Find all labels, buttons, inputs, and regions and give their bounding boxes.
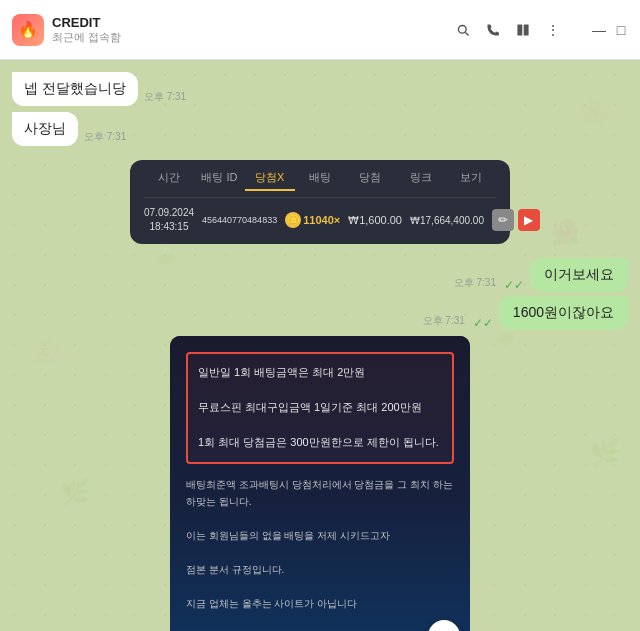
svg-rect-3 bbox=[524, 24, 529, 35]
msg-time-2: 오후 7:31 bbox=[84, 130, 126, 144]
omsg-time-1: 오후 7:31 bbox=[454, 276, 496, 290]
header-prize: 당첨 bbox=[345, 170, 395, 191]
title-bar: 🔥 CREDIT 최근에 접속함 ⋮ — □ bbox=[0, 0, 640, 60]
red-box-text: 일반일 1회 배팅금액은 최대 2만원 무료스핀 최대구입금액 1일기준 최대 … bbox=[198, 364, 442, 452]
omsg-check-1: ✓✓ bbox=[504, 278, 524, 292]
header-bet: 배팅 bbox=[295, 170, 345, 191]
msg-text-1: 넵 전달했습니당 bbox=[12, 72, 138, 106]
cell-bet: ₩1,600.00 bbox=[348, 214, 402, 227]
play-button[interactable]: ▶ bbox=[518, 209, 540, 231]
app-icon-emoji: 🔥 bbox=[18, 20, 38, 39]
red-box: 일반일 1회 배팅금액은 최대 2만원 무료스핀 최대구입금액 1일기준 최대 … bbox=[186, 352, 454, 464]
cell-actions: ✏ ▶ bbox=[492, 209, 540, 231]
msg-bubble-2: 사장님 bbox=[12, 112, 78, 146]
image-card: 일반일 1회 배팅금액은 최대 2만원 무료스핀 최대구입금액 1일기준 최대 … bbox=[170, 336, 470, 631]
split-view-button[interactable] bbox=[516, 23, 530, 37]
window-controls: — □ bbox=[592, 23, 628, 37]
title-text: CREDIT 최근에 접속함 bbox=[52, 15, 121, 45]
img-card-content: 일반일 1회 배팅금액은 최대 2만원 무료스핀 최대구입금액 1일기준 최대 … bbox=[170, 336, 470, 631]
chat-area: 🌿 🌸 🌺 🌸 🌿 🌿 🌸 🍃 🍃 넵 전달했습니당 오후 7:31 bbox=[0, 60, 640, 631]
app-subtitle: 최근에 접속함 bbox=[52, 30, 121, 45]
header-link: 링크 bbox=[395, 170, 445, 191]
cell-multiplier: 🪙 11040× bbox=[285, 212, 340, 228]
messages-container: 넵 전달했습니당 오후 7:31 사장님 오후 7:31 시간 배팅 ID 당첨… bbox=[0, 60, 640, 631]
betting-card-row: 07.09.202418:43:15 456440770484833 🪙 110… bbox=[144, 206, 496, 234]
title-bar-actions: ⋮ — □ bbox=[456, 23, 628, 37]
call-button[interactable] bbox=[486, 23, 500, 37]
msg-text-2: 사장님 bbox=[12, 112, 78, 146]
message-outgoing-1: 오후 7:31 ✓✓ 이거보세요 bbox=[454, 258, 628, 292]
betting-card-header: 시간 배팅 ID 당첨X 배팅 당첨 링크 보기 bbox=[144, 170, 496, 198]
message-incoming-2: 사장님 오후 7:31 bbox=[12, 112, 505, 146]
header-win: 당첨X bbox=[245, 170, 295, 191]
cell-id: 456440770484833 bbox=[202, 215, 277, 225]
maximize-button[interactable]: □ bbox=[614, 23, 628, 37]
header-time: 시간 bbox=[144, 170, 194, 191]
omsg-check-2: ✓✓ bbox=[473, 316, 493, 330]
edit-button[interactable]: ✏ bbox=[492, 209, 514, 231]
header-id: 배팅 ID bbox=[194, 170, 244, 191]
outgoing-messages-group: 오후 7:31 ✓✓ 이거보세요 오후 7:31 ✓✓ 1600원이잖아요 bbox=[12, 258, 628, 330]
more-options-button[interactable]: ⋮ bbox=[546, 23, 560, 37]
title-bar-left: 🔥 CREDIT 최근에 접속함 bbox=[12, 14, 456, 46]
svg-line-1 bbox=[465, 32, 468, 35]
message-incoming-1: 넵 전달했습니당 오후 7:31 bbox=[12, 72, 505, 106]
omsg-bubble-2: 1600원이잖아요 bbox=[499, 296, 628, 330]
omsg-bubble-1: 이거보세요 bbox=[530, 258, 628, 292]
svg-point-0 bbox=[458, 25, 466, 33]
msg-time-1: 오후 7:31 bbox=[144, 90, 186, 104]
search-button[interactable] bbox=[456, 23, 470, 37]
app-icon: 🔥 bbox=[12, 14, 44, 46]
coin-icon: 🪙 bbox=[285, 212, 301, 228]
img-card-body: 배팅최준액 조과배팅시 당첨처리에서 당첨금을 그 최치 하는하맞는 됩니다. … bbox=[186, 476, 454, 631]
betting-card: 시간 배팅 ID 당첨X 배팅 당첨 링크 보기 07.09.202418:43… bbox=[130, 160, 510, 244]
message-outgoing-2: 오후 7:31 ✓✓ 1600원이잖아요 bbox=[423, 296, 628, 330]
minimize-button[interactable]: — bbox=[592, 23, 606, 37]
multiplier-value: 11040× bbox=[303, 214, 340, 226]
cell-win: ₩17,664,400.00 bbox=[410, 215, 484, 226]
cell-time: 07.09.202418:43:15 bbox=[144, 206, 194, 234]
msg-bubble-1: 넵 전달했습니당 bbox=[12, 72, 138, 106]
omsg-time-2: 오후 7:31 bbox=[423, 314, 465, 328]
app-title: CREDIT bbox=[52, 15, 121, 30]
svg-rect-2 bbox=[517, 24, 522, 35]
header-view: 보기 bbox=[446, 170, 496, 191]
